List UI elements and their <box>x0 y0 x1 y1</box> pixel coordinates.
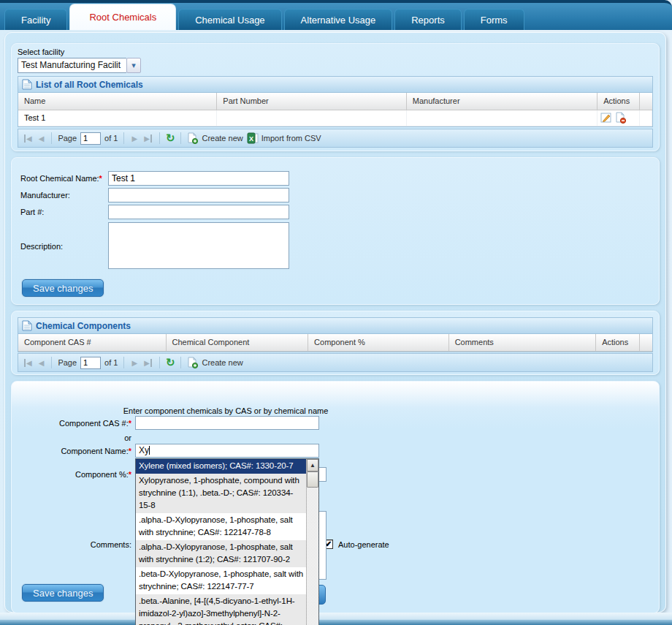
autocomplete-dropdown: Xylene (mixed isomers); CAS#: 1330-20-7 … <box>135 458 319 625</box>
pager-separator <box>180 132 181 144</box>
required-asterisk: * <box>99 174 102 183</box>
refresh-icon[interactable]: ↻ <box>166 133 175 143</box>
tab-strip: Facility Root Chemicals Chemical Usage A… <box>0 0 672 30</box>
save-changes-button[interactable]: Save changes <box>22 584 104 602</box>
delete-icon[interactable] <box>615 112 627 124</box>
pager-separator <box>159 132 160 144</box>
footer-band-dark <box>0 619 672 625</box>
next-page-button[interactable]: ▶ <box>130 135 139 143</box>
import-from-csv-label: Import from CSV <box>261 134 321 143</box>
component-cas-label: Component CAS #:* <box>16 419 131 428</box>
table-row[interactable]: Test 1 <box>18 110 652 126</box>
previous-page-button[interactable]: ◀ <box>37 135 46 143</box>
component-percent-label: Component %:* <box>16 470 131 479</box>
row-name-cell[interactable]: Test 1 <box>18 110 217 126</box>
column-header-actions: Actions <box>596 334 640 351</box>
previous-page-button[interactable]: ◀ <box>37 359 46 367</box>
create-new-label: Create new <box>202 358 243 367</box>
create-new-icon <box>187 357 199 368</box>
first-page-button[interactable]: ◀ <box>23 359 34 367</box>
svg-text:X: X <box>249 135 253 143</box>
select-facility-label: Select facility <box>18 48 64 56</box>
description-textarea[interactable] <box>108 222 289 269</box>
column-header-part-number[interactable]: Part Number <box>217 93 406 110</box>
autocomplete-option[interactable]: .beta.-Alanine, [4-[(4,5-dicyano-1-ethyl… <box>136 594 306 625</box>
root-chemicals-grid: List of all Root Chemicals Name Part Num… <box>18 76 653 127</box>
create-new-button[interactable]: Create new <box>187 132 243 144</box>
refresh-icon[interactable]: ↻ <box>166 357 175 368</box>
row-actions-cell <box>597 110 640 126</box>
tab-alternative-usage[interactable]: Alternative Usage <box>284 9 393 30</box>
chemical-components-grid-title: Chemical Components <box>36 321 131 331</box>
autocomplete-option[interactable]: Xylopyranose, 1-phosphate, compound with… <box>136 474 306 513</box>
excel-import-icon: X <box>247 132 259 144</box>
facility-select-value[interactable]: Test Manufacturing Facilit <box>18 58 126 73</box>
description-label: Description: <box>20 242 63 251</box>
page-of-label: of 1 <box>104 358 118 367</box>
manufacturer-input[interactable] <box>108 188 289 202</box>
first-page-button[interactable]: ◀ <box>23 135 34 143</box>
column-header-chemical-component[interactable]: Chemical Component <box>167 334 309 351</box>
create-new-label: Create new <box>202 134 243 143</box>
row-part-number-cell[interactable] <box>217 110 406 126</box>
column-header-manufacturer[interactable]: Manufacturer <box>407 93 597 110</box>
row-manufacturer-cell[interactable] <box>407 110 597 126</box>
autocomplete-option[interactable]: Xylene (mixed isomers); CAS#: 1330-20-7 <box>136 459 306 474</box>
tab-bar: Facility Root Chemicals Chemical Usage A… <box>4 3 527 30</box>
required-asterisk: * <box>129 470 131 479</box>
dropdown-scrollbar[interactable]: ▲ <box>306 459 318 625</box>
page-number-input[interactable] <box>80 357 101 369</box>
auto-generate-label: Auto-generate <box>338 540 389 549</box>
scrollbar-thumb[interactable] <box>307 471 318 488</box>
autocomplete-list: Xylene (mixed isomers); CAS#: 1330-20-7 … <box>136 459 306 625</box>
part-number-input[interactable] <box>108 205 289 219</box>
text-cursor <box>149 446 150 455</box>
autocomplete-option[interactable]: .alpha.-D-Xylopyranose, 1-phosphate, sal… <box>136 540 306 567</box>
scroll-up-icon[interactable]: ▲ <box>307 459 318 471</box>
app-window: Facility Root Chemicals Chemical Usage A… <box>0 0 672 625</box>
comments-label: Comments: <box>16 540 131 549</box>
column-header-component-cas[interactable]: Component CAS # <box>18 334 167 351</box>
edit-icon[interactable] <box>600 112 612 124</box>
facility-select[interactable]: Test Manufacturing Facilit ▾ <box>18 58 141 73</box>
chevron-down-icon[interactable]: ▾ <box>126 58 141 73</box>
facility-list-panel: Select facility Test Manufacturing Facil… <box>11 43 660 151</box>
page-label: Page <box>58 134 77 143</box>
tab-root-chemicals[interactable]: Root Chemicals <box>69 4 176 30</box>
create-new-button[interactable]: Create new <box>187 357 243 368</box>
column-header-name[interactable]: Name <box>18 93 217 110</box>
required-asterisk: * <box>129 419 131 428</box>
root-chemicals-column-headers: Name Part Number Manufacturer Actions <box>18 93 652 110</box>
column-header-filler <box>640 334 652 351</box>
root-chemical-name-input[interactable] <box>108 171 289 186</box>
tab-facility[interactable]: Facility <box>4 9 67 30</box>
next-page-button[interactable]: ▶ <box>130 359 139 367</box>
page-number-input[interactable] <box>80 132 101 145</box>
autocomplete-option[interactable]: .alpha.-D-Xylopyranose, 1-phosphate, sal… <box>136 513 306 540</box>
root-chemical-form-panel: Root Chemical Name:* Manufacturer: Part … <box>11 157 660 305</box>
column-header-filler <box>640 93 652 110</box>
last-page-button[interactable]: ▶ <box>142 135 153 143</box>
components-column-headers: Component CAS # Chemical Component Compo… <box>18 334 652 352</box>
tab-reports[interactable]: Reports <box>394 9 462 30</box>
root-chemical-name-label: Root Chemical Name:* <box>20 174 102 183</box>
component-form-panel: Enter component chemicals by CAS or by c… <box>11 381 660 613</box>
tab-chemical-usage[interactable]: Chemical Usage <box>178 9 281 30</box>
footer-band-light <box>0 613 672 619</box>
pager-separator <box>123 357 124 368</box>
import-from-csv-button[interactable]: X Import from CSV <box>247 132 321 144</box>
last-page-button[interactable]: ▶ <box>142 359 153 367</box>
component-cas-input[interactable] <box>135 416 319 430</box>
column-header-actions: Actions <box>597 93 640 110</box>
column-header-component-percent[interactable]: Component % <box>308 334 449 351</box>
autocomplete-option[interactable]: .beta-D-Xylopyranose, 1-phosphate, salt … <box>136 567 306 594</box>
pager-separator <box>180 357 181 368</box>
tab-forms[interactable]: Forms <box>464 9 524 30</box>
manufacturer-label: Manufacturer: <box>20 191 70 200</box>
main-container: Select facility Test Manufacturing Facil… <box>4 32 666 613</box>
chemical-components-grid: Chemical Components Component CAS # Chem… <box>18 317 653 352</box>
column-header-comments[interactable]: Comments <box>449 334 597 351</box>
save-changes-button[interactable]: Save changes <box>22 279 104 297</box>
component-name-input[interactable]: Xy <box>135 444 319 458</box>
chemical-components-panel: Chemical Components Component CAS # Chem… <box>11 311 660 375</box>
